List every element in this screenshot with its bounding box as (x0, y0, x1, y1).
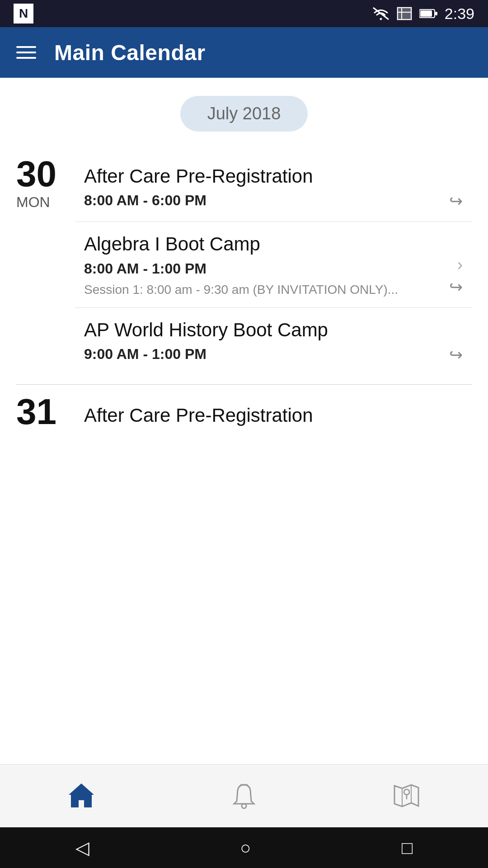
event-after-care[interactable]: After Care Pre-Registration 8:00 AM - 6:… (75, 154, 472, 222)
event-title-2: Algebra I Boot Camp (84, 233, 445, 255)
chevron-icon-2[interactable]: › (457, 255, 463, 274)
content-area: 30 MON After Care Pre-Registration 8:00 … (0, 145, 488, 764)
nav-map[interactable] (365, 777, 449, 815)
back-button[interactable]: ◁ (75, 837, 89, 858)
share-icon-2[interactable]: ↪ (449, 278, 463, 297)
date-column-31: 31 (16, 394, 75, 435)
bell-icon (230, 781, 259, 811)
status-time: 2:39 (445, 5, 474, 23)
event-title-3: AP World History Boot Camp (84, 319, 445, 341)
app-bar-title: Main Calendar (54, 40, 206, 65)
status-bar-left: N (14, 4, 33, 24)
date-day-31: 31 (16, 392, 56, 432)
month-pill[interactable]: July 2018 (180, 96, 308, 132)
svg-point-13 (404, 789, 409, 795)
map-icon (392, 781, 422, 811)
date-day-30: 30 (16, 156, 56, 192)
svg-rect-6 (420, 10, 432, 17)
svg-rect-1 (397, 7, 412, 20)
events-col-30: After Care Pre-Registration 8:00 AM - 6:… (75, 154, 472, 375)
day-group-31: 31 After Care Pre-Registration (0, 385, 488, 435)
bottom-nav (0, 764, 488, 827)
event-desc-2: Session 1: 8:00 am - 9:30 am (BY INVITAT… (84, 281, 445, 298)
signal-icon (397, 7, 412, 20)
status-bar: N 2:39 (0, 0, 488, 27)
share-icon-1[interactable]: ↪ (449, 192, 463, 211)
month-container: July 2018 (0, 78, 488, 145)
event-ap-history[interactable]: AP World History Boot Camp 9:00 AM - 1:0… (75, 308, 472, 375)
app-bar: Main Calendar (0, 27, 488, 78)
battery-icon (419, 9, 437, 19)
event-title-1: After Care Pre-Registration (84, 165, 445, 188)
share-icon-3[interactable]: ↪ (449, 345, 463, 364)
date-column-30: 30 MON (16, 154, 75, 375)
nav-home[interactable] (40, 777, 123, 815)
home-button[interactable]: ○ (240, 838, 251, 858)
status-bar-right: 2:39 (372, 5, 474, 23)
wifi-icon (372, 7, 389, 20)
recent-button[interactable]: □ (402, 838, 413, 858)
menu-button[interactable] (16, 46, 36, 59)
home-icon (67, 781, 96, 811)
android-nav: ◁ ○ □ (0, 827, 488, 868)
date-weekday-30: MON (16, 194, 50, 211)
partial-event-31[interactable]: After Care Pre-Registration (75, 394, 472, 435)
event-algebra[interactable]: Algebra I Boot Camp 8:00 AM - 1:00 PM Se… (75, 222, 472, 308)
nav-notifications[interactable] (202, 777, 286, 815)
partial-title-31: After Care Pre-Registration (84, 405, 445, 426)
app-logo: N (14, 4, 33, 24)
event-time-3: 9:00 AM - 1:00 PM (84, 346, 445, 363)
svg-rect-7 (435, 12, 437, 15)
svg-point-8 (242, 804, 246, 808)
event-time-1: 8:00 AM - 6:00 PM (84, 192, 445, 209)
event-time-2: 8:00 AM - 1:00 PM (84, 260, 445, 277)
day-group-30: 30 MON After Care Pre-Registration 8:00 … (0, 145, 488, 384)
